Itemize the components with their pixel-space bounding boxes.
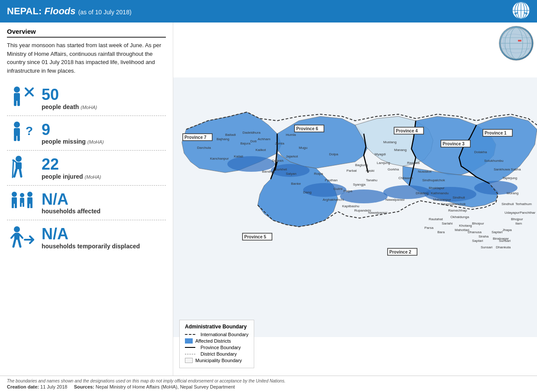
svg-text:Taplejung: Taplejung	[502, 176, 517, 180]
svg-rect-14	[14, 135, 16, 141]
svg-text:Siraha: Siraha	[479, 235, 489, 238]
svg-text:Myagdi: Myagdi	[375, 152, 386, 156]
svg-text:Mahottari: Mahottari	[455, 228, 469, 232]
svg-text:Gorkha: Gorkha	[388, 167, 399, 171]
svg-point-36	[14, 226, 20, 232]
svg-text:Province 5: Province 5	[244, 235, 266, 239]
svg-text:Pyuthan: Pyuthan	[325, 178, 337, 182]
svg-text:Sindhuli: Sindhuli	[453, 196, 465, 199]
svg-rect-27	[15, 203, 17, 208]
svg-text:Bajura: Bajura	[240, 141, 251, 145]
svg-text:Dang: Dang	[303, 190, 311, 194]
legend-municipality-boundary: Municipality Boundary	[185, 358, 249, 363]
svg-point-24	[12, 192, 17, 197]
globe-inset	[499, 26, 534, 61]
injured-stat-content: 22 people injured (MoHA)	[37, 156, 166, 180]
svg-line-23	[13, 160, 13, 177]
svg-text:Kaski: Kaski	[366, 169, 375, 173]
svg-point-32	[27, 192, 32, 197]
main-content: Overview This year monsoon has started f…	[0, 22, 537, 392]
svg-point-28	[20, 193, 24, 197]
svg-text:Dolpa: Dolpa	[329, 152, 338, 156]
affected-box	[185, 338, 193, 344]
svg-text:Sunsari: Sunsari	[481, 245, 492, 249]
svg-text:Sankhuwa Sabha: Sankhuwa Sabha	[494, 167, 521, 171]
svg-rect-25	[12, 197, 17, 204]
svg-text:Dailekh: Dailekh	[272, 159, 284, 163]
district-boundary-label: District Boundary	[201, 351, 237, 357]
svg-text:Kavrepalanchok: Kavrepalanchok	[441, 202, 466, 206]
svg-text:Dhankuta: Dhankuta	[496, 245, 511, 249]
svg-rect-7	[14, 93, 20, 101]
svg-text:Surkhet: Surkhet	[275, 167, 287, 171]
intl-boundary-label: International Boundary	[201, 332, 249, 337]
svg-text:Bhojpur: Bhojpur	[511, 217, 523, 221]
legend-title: Administrative Boundary	[185, 324, 249, 330]
svg-text:Bandrya: Bandrya	[262, 170, 275, 174]
municipality-boundary-label: Municipality Boundary	[195, 358, 242, 363]
legend-intl-boundary: International Boundary	[185, 332, 249, 337]
stat-injured: 22 people injured (MoHA)	[7, 151, 166, 186]
svg-line-39	[19, 240, 20, 247]
svg-line-40	[11, 235, 14, 238]
svg-rect-26	[12, 203, 14, 208]
svg-text:Province 3: Province 3	[443, 141, 465, 146]
death-label: people death (MoHA)	[42, 103, 166, 110]
displaced-count: N/A	[42, 225, 166, 243]
svg-rect-31	[23, 202, 24, 207]
households-label: households affected	[42, 208, 166, 215]
svg-text:Kanchanpur: Kanchanpur	[210, 157, 229, 161]
svg-text:Ilam: Ilam	[515, 222, 522, 225]
affected-label: Affected Districts	[195, 338, 231, 344]
svg-text:Rolpa: Rolpa	[314, 172, 323, 176]
footer-info: Creation date: 11 July 2018 Sources: Nep…	[7, 384, 530, 389]
svg-text:Achham: Achham	[258, 137, 271, 141]
svg-text:Jajarkot: Jajarkot	[286, 154, 298, 158]
footer-disclaimer: The boundaries and names shown and the d…	[7, 379, 530, 383]
svg-text:Morang: Morang	[507, 191, 518, 195]
svg-point-6	[14, 87, 20, 93]
person-missing-icon: ?	[7, 121, 37, 145]
households-count: N/A	[42, 191, 166, 208]
svg-text:Chitawan: Chitawan	[398, 176, 413, 180]
svg-text:Terhathum: Terhathum	[515, 202, 532, 206]
svg-text:Syangja: Syangja	[353, 183, 366, 186]
svg-text:Rasuwa: Rasuwa	[407, 161, 420, 165]
svg-text:Sindhuli: Sindhuli	[501, 202, 514, 206]
svg-text:Dadeldhura: Dadeldhura	[243, 131, 261, 135]
svg-text:Ramechhap: Ramechhap	[448, 209, 467, 212]
svg-text:Province 6: Province 6	[296, 126, 318, 131]
svg-rect-15	[17, 135, 20, 141]
left-panel: Overview This year monsoon has started f…	[0, 22, 173, 392]
stat-displaced: N/A households temporarily displaced	[7, 220, 166, 255]
displaced-stat-content: N/A households temporarily displaced	[37, 225, 166, 250]
province-boundary-line	[185, 345, 198, 350]
death-stat-content: 50 people death (MoHA)	[37, 86, 166, 110]
municipality-boundary-box	[185, 358, 193, 363]
svg-text:?: ?	[26, 124, 33, 138]
svg-text:Udayapur: Udayapur	[505, 211, 520, 215]
svg-text:Saptari: Saptari	[472, 239, 483, 243]
stat-death: 50 people death (MoHA)	[7, 81, 166, 116]
svg-text:Doti: Doti	[250, 139, 256, 143]
intl-boundary-line	[185, 332, 198, 337]
svg-text:Biratnagar: Biratnagar	[493, 237, 509, 241]
svg-text:Province 7: Province 7	[184, 135, 207, 140]
svg-line-22	[20, 169, 21, 177]
svg-text:Arghakhanchi: Arghakhanchi	[323, 198, 344, 202]
svg-text:Sindhupalchok: Sindhupalchok	[422, 178, 445, 182]
svg-text:Parbat: Parbat	[346, 169, 357, 173]
stat-missing: ? 9 people missing (MoHA)	[7, 116, 166, 151]
missing-count: 9	[42, 121, 166, 138]
svg-text:Province 1: Province 1	[485, 131, 507, 135]
svg-text:Nawalparasi: Nawalparasi	[385, 198, 404, 202]
svg-text:Baglung: Baglung	[355, 163, 368, 167]
svg-text:Province 2: Province 2	[389, 250, 411, 254]
svg-text:Bhoipur: Bhoipur	[472, 222, 484, 225]
sources-label: Sources:	[74, 384, 94, 389]
svg-rect-157	[518, 40, 521, 42]
person-injured-icon	[7, 156, 37, 180]
legend-district-boundary: District Boundary	[185, 351, 249, 357]
svg-text:Saptari: Saptari	[492, 230, 503, 234]
svg-text:Jumla: Jumla	[275, 141, 285, 145]
